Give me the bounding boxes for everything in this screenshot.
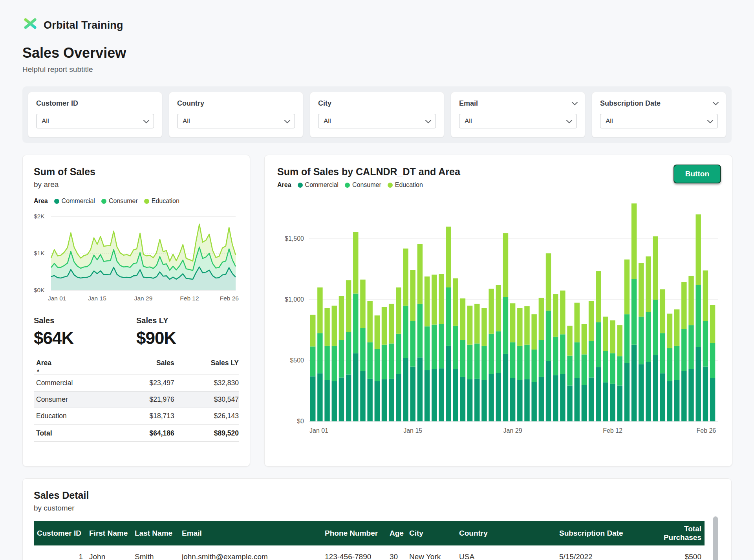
sales-by-date-card: Sum of Sales by CALNDR_DT and Area Butto… [264, 155, 732, 467]
column-header-city[interactable]: City [406, 521, 456, 545]
column-header-first-name[interactable]: First Name [86, 521, 132, 545]
column-header-email[interactable]: Email [179, 521, 322, 545]
stacked-bar-chart[interactable]: $500$1,000$1,500$0Jan 01Jan 15Jan 29Feb … [277, 192, 719, 449]
legend-item-label: Commercial [305, 181, 339, 188]
column-header-sales-ly[interactable]: Sales LY [174, 358, 239, 375]
svg-text:Jan 15: Jan 15 [88, 295, 106, 302]
customer-id-dropdown[interactable]: All [36, 114, 154, 128]
card-subtitle: by customer [34, 504, 720, 512]
dropdown-value: All [183, 117, 190, 125]
city-dropdown[interactable]: All [318, 114, 436, 128]
area-summary-table: Area ▲ Sales Sales LY Commercial $23,497… [34, 358, 239, 442]
sales-detail-table: Customer ID First Name Last Name Email P… [34, 521, 705, 560]
dropdown-value: All [606, 117, 613, 125]
kpi-label: Sales LY [136, 316, 239, 325]
table-row[interactable]: Consumer $21,976 $30,547 [34, 392, 239, 408]
svg-text:Jan 15: Jan 15 [403, 427, 422, 434]
kpi-row: Sales $64K Sales LY $90K [34, 316, 239, 348]
action-button[interactable]: Button [673, 165, 721, 183]
commercial-dot-icon [54, 199, 59, 204]
svg-text:$1,000: $1,000 [285, 296, 304, 303]
column-header-total-purchases[interactable]: Total Purchases [644, 521, 705, 545]
report-page: Orbital Training Sales Overview Helpful … [0, 0, 754, 560]
legend-item-education[interactable]: Education [144, 198, 179, 205]
kpi-sales-ly: Sales LY $90K [136, 316, 239, 348]
legend-item-commercial[interactable]: Commercial [298, 181, 339, 188]
subscription-date-dropdown[interactable]: All [600, 114, 718, 128]
consumer-dot-icon [101, 199, 106, 204]
filter-card-city: City All [310, 92, 444, 137]
filter-card-email: Email All [451, 92, 585, 137]
legend-item-commercial[interactable]: Commercial [54, 198, 95, 205]
filter-label: Email [459, 99, 478, 108]
svg-text:$500: $500 [290, 357, 304, 364]
column-header-sales[interactable]: Sales [117, 358, 174, 375]
svg-text:$0: $0 [297, 418, 304, 425]
svg-text:$2K: $2K [34, 213, 45, 220]
chevron-down-icon [284, 117, 291, 124]
svg-text:Jan 01: Jan 01 [309, 427, 328, 434]
legend-item-label: Commercial [62, 198, 95, 205]
chevron-down-icon [425, 117, 432, 124]
stacked-area-chart[interactable]: $2K$1K$0KJan 01Jan 15Jan 29Feb 12Feb 26 [34, 207, 239, 308]
sales-detail-card: Sales Detail by customer Customer ID Fir… [22, 478, 732, 560]
kpi-sales: Sales $64K [34, 316, 136, 348]
svg-text:Feb 26: Feb 26 [696, 427, 716, 434]
column-header-area[interactable]: Area ▲ [34, 358, 117, 375]
bar-chart-legend: Area Commercial Consumer Education [277, 181, 719, 188]
sort-ascending-icon: ▲ [36, 368, 117, 372]
consumer-dot-icon [345, 183, 350, 188]
collapse-chevron-icon[interactable] [713, 99, 719, 106]
filter-label: Country [177, 99, 204, 108]
svg-text:Feb 12: Feb 12 [603, 427, 622, 434]
card-title: Sales Detail [34, 490, 720, 501]
commercial-dot-icon [298, 183, 303, 188]
chevron-down-icon [707, 117, 714, 124]
filter-label: Customer ID [36, 99, 78, 108]
svg-text:Jan 29: Jan 29 [134, 295, 153, 302]
area-chart-legend: Area Commercial Consumer Education [34, 198, 239, 205]
education-dot-icon [144, 199, 149, 204]
legend-item-label: Consumer [352, 181, 381, 188]
svg-text:$0K: $0K [34, 287, 45, 293]
svg-text:$1K: $1K [34, 250, 45, 256]
table-total-row: Total $64,186 $89,520 [34, 425, 239, 442]
column-header-subscription-date[interactable]: Subscription Date [556, 521, 644, 545]
svg-text:Feb 12: Feb 12 [180, 295, 199, 302]
svg-text:Feb 26: Feb 26 [220, 295, 239, 302]
table-scrollbar[interactable] [713, 516, 718, 560]
dropdown-value: All [42, 117, 49, 125]
column-header-country[interactable]: Country [456, 521, 556, 545]
chevron-down-icon [566, 117, 573, 124]
brand-name: Orbital Training [44, 19, 123, 31]
collapse-chevron-icon[interactable] [572, 99, 578, 106]
column-header-age[interactable]: Age [386, 521, 406, 545]
legend-item-consumer[interactable]: Consumer [345, 181, 381, 188]
filter-card-subscription-date: Subscription Date All [592, 92, 726, 137]
card-title: Sum of Sales by CALNDR_DT and Area [277, 166, 719, 178]
brand-row: Orbital Training [22, 16, 732, 35]
card-subtitle: by area [34, 180, 239, 189]
legend-item-education[interactable]: Education [388, 181, 423, 188]
svg-text:$1,500: $1,500 [285, 235, 304, 242]
kpi-label: Sales [34, 316, 136, 325]
column-header-customer-id[interactable]: Customer ID [34, 521, 86, 545]
legend-item-consumer[interactable]: Consumer [101, 198, 138, 205]
education-dot-icon [388, 183, 393, 188]
svg-text:Jan 29: Jan 29 [503, 427, 522, 434]
table-row[interactable]: 1 John Smith john.smith@example.com 123-… [34, 545, 705, 560]
country-dropdown[interactable]: All [177, 114, 295, 128]
legend-item-label: Education [152, 198, 179, 205]
legend-item-label: Education [395, 181, 423, 188]
legend-title: Area [34, 198, 48, 205]
sales-by-area-card: Sum of Sales by area Area Commercial Con… [22, 155, 250, 467]
table-row[interactable]: Education $18,713 $26,143 [34, 408, 239, 425]
column-header-last-name[interactable]: Last Name [132, 521, 179, 545]
filter-label: City [318, 99, 331, 108]
kpi-value: $64K [34, 328, 136, 348]
filter-card-customer-id: Customer ID All [28, 92, 162, 137]
email-dropdown[interactable]: All [459, 114, 577, 128]
page-title: Sales Overview [22, 45, 732, 61]
column-header-phone[interactable]: Phone Number [322, 521, 386, 545]
table-row[interactable]: Commercial $23,497 $32,830 [34, 375, 239, 392]
